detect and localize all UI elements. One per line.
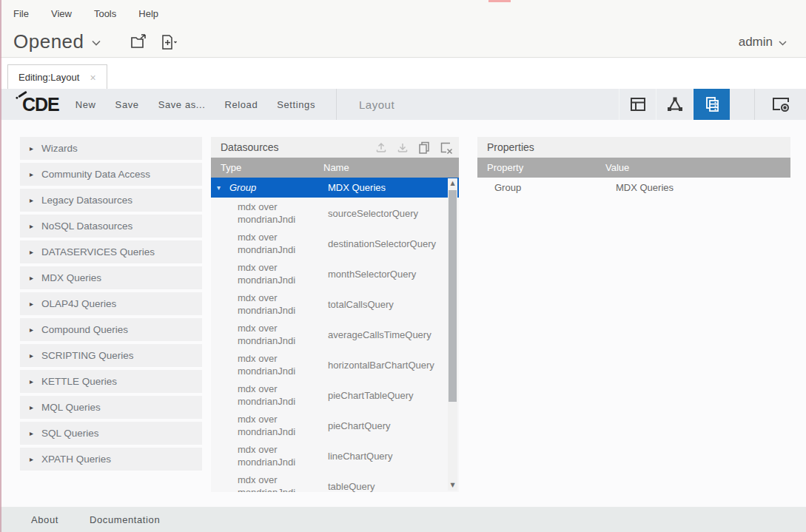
sidebar-item-xpath-queries[interactable]: ▸ XPATH Queries bbox=[20, 448, 202, 471]
sidebar-item-nosql-datasources[interactable]: ▸ NoSQL Datasources bbox=[20, 215, 202, 238]
menu-help[interactable]: Help bbox=[138, 8, 158, 19]
sidebar-item-scripting-queries[interactable]: ▸ SCRIPTING Queries bbox=[20, 344, 202, 367]
opened-label: Opened bbox=[13, 30, 84, 53]
sidebar-item-olap4j-queries[interactable]: ▸ OLAP4J Queries bbox=[20, 292, 202, 315]
datasource-row[interactable]: mdx over mondrianJndi pieChartTableQuery bbox=[211, 380, 459, 410]
import-icon[interactable] bbox=[396, 141, 409, 154]
reload-button[interactable]: Reload bbox=[224, 99, 258, 110]
tab-bar: Editing:Layout × bbox=[0, 58, 806, 89]
sidebar-item-community-data-access[interactable]: ▸ Community Data Access bbox=[20, 163, 202, 186]
preview-button[interactable] bbox=[754, 89, 806, 120]
triangle-right-icon: ▸ bbox=[30, 144, 33, 152]
scroll-up-icon[interactable]: ▲ bbox=[448, 178, 457, 189]
settings-button[interactable]: Settings bbox=[277, 99, 315, 110]
layout-panel-button[interactable] bbox=[619, 89, 656, 120]
datasource-type-sidebar: ▸ Wizards ▸ Community Data Access ▸ Lega… bbox=[20, 137, 202, 471]
datasource-row[interactable]: mdx over mondrianJndi monthSelectorQuery bbox=[211, 258, 459, 289]
sidebar-item-mql-queries[interactable]: ▸ MQL Queries bbox=[20, 396, 202, 419]
menu-file[interactable]: File bbox=[13, 8, 29, 19]
scrollbar[interactable]: ▲ ▼ bbox=[448, 178, 457, 491]
copy-icon[interactable] bbox=[417, 141, 431, 154]
tab-label: Editing:Layout bbox=[19, 72, 79, 83]
datasource-row[interactable]: mdx over mondrianJndi pieChartQuery bbox=[211, 410, 459, 440]
alert-strip bbox=[488, 0, 511, 2]
header-row: Opened admin bbox=[0, 27, 806, 58]
export-icon[interactable] bbox=[375, 141, 388, 154]
triangle-right-icon: ▸ bbox=[30, 248, 33, 256]
datasource-row[interactable]: mdx over mondrianJndi tableQuery bbox=[211, 471, 459, 492]
components-panel-icon bbox=[665, 95, 685, 114]
triangle-right-icon: ▸ bbox=[30, 429, 33, 437]
column-property: Property bbox=[477, 162, 523, 173]
editor-toolbar: CDE New Save Save as... Reload Settings … bbox=[0, 89, 806, 120]
about-link[interactable]: About bbox=[31, 514, 58, 525]
layout-panel-icon bbox=[628, 95, 648, 114]
triangle-right-icon: ▸ bbox=[30, 274, 33, 282]
chevron-down-icon bbox=[92, 36, 101, 49]
components-panel-button[interactable] bbox=[656, 89, 693, 120]
menu-tools[interactable]: Tools bbox=[94, 8, 116, 19]
datasources-table-header: Type Name bbox=[211, 158, 459, 178]
scrollbar-thumb[interactable] bbox=[449, 190, 457, 402]
triangle-right-icon: ▸ bbox=[30, 196, 33, 204]
open-folder-icon[interactable] bbox=[130, 34, 148, 50]
triangle-right-icon: ▸ bbox=[30, 326, 33, 334]
datasource-row[interactable]: mdx over mondrianJndi lineChartQuery bbox=[211, 440, 459, 471]
tab-editing-layout[interactable]: Editing:Layout × bbox=[7, 64, 107, 90]
datasources-panel-title: Datasources bbox=[221, 141, 279, 153]
triangle-right-icon: ▸ bbox=[30, 170, 33, 178]
close-icon[interactable]: × bbox=[90, 73, 95, 83]
datasource-row[interactable]: mdx over mondrianJndi averageCallsTimeQu… bbox=[211, 319, 459, 349]
panel-title: Layout bbox=[359, 89, 394, 120]
new-button[interactable]: New bbox=[75, 99, 96, 110]
triangle-right-icon: ▸ bbox=[30, 351, 33, 360]
properties-table-header: Property Value bbox=[477, 158, 790, 178]
save-as-button[interactable]: Save as... bbox=[158, 99, 206, 110]
datasource-row[interactable]: mdx over mondrianJndi horizontalBarChart… bbox=[211, 349, 459, 380]
footer: About Documentation bbox=[0, 507, 806, 532]
properties-panel-title: Properties bbox=[487, 141, 534, 153]
column-name: Name bbox=[323, 162, 349, 173]
menu-view[interactable]: View bbox=[51, 8, 72, 19]
datasources-panel-icon bbox=[702, 95, 722, 114]
opened-dropdown[interactable]: Opened bbox=[13, 30, 101, 53]
toolbar-divider bbox=[336, 89, 337, 120]
new-file-icon[interactable] bbox=[160, 34, 178, 50]
sidebar-item-legacy-datasources[interactable]: ▸ Legacy Datasources bbox=[20, 189, 202, 212]
sidebar-item-mdx-queries[interactable]: ▸ MDX Queries bbox=[20, 266, 202, 289]
save-button[interactable]: Save bbox=[115, 99, 139, 110]
datasource-group-row[interactable]: ▾ Group MDX Queries bbox=[211, 178, 459, 198]
triangle-right-icon: ▸ bbox=[30, 377, 33, 385]
triangle-right-icon: ▸ bbox=[30, 222, 33, 230]
datasources-panel: Datasources bbox=[211, 137, 459, 492]
menubar: File View Tools Help bbox=[0, 0, 806, 27]
sidebar-item-kettle-queries[interactable]: ▸ KETTLE Queries bbox=[20, 370, 202, 393]
datasources-panel-button[interactable] bbox=[693, 89, 730, 120]
triangle-right-icon: ▸ bbox=[30, 403, 33, 411]
column-type: Type bbox=[211, 162, 241, 173]
user-label: admin bbox=[739, 35, 773, 50]
scroll-down-icon[interactable]: ▼ bbox=[448, 480, 457, 491]
sidebar-item-wizards[interactable]: ▸ Wizards bbox=[20, 137, 202, 160]
column-value: Value bbox=[605, 162, 629, 173]
sidebar-item-sql-queries[interactable]: ▸ SQL Queries bbox=[20, 422, 202, 445]
documentation-link[interactable]: Documentation bbox=[90, 514, 160, 525]
properties-panel: Properties Property Value Group MDX Quer… bbox=[477, 137, 790, 198]
triangle-right-icon: ▸ bbox=[30, 455, 33, 463]
datasource-row[interactable]: mdx over mondrianJndi destinationSelecto… bbox=[211, 228, 459, 258]
triangle-down-icon[interactable]: ▾ bbox=[217, 183, 221, 192]
property-row[interactable]: Group MDX Queries bbox=[477, 178, 790, 198]
window-left-border bbox=[0, 0, 1, 532]
sidebar-item-compound-queries[interactable]: ▸ Compound Queries bbox=[20, 318, 202, 341]
triangle-right-icon: ▸ bbox=[30, 300, 33, 308]
user-menu[interactable]: admin bbox=[739, 35, 787, 50]
datasource-row[interactable]: mdx over mondrianJndi sourceSelectorQuer… bbox=[211, 198, 459, 228]
cde-logo: CDE bbox=[22, 89, 59, 120]
delete-icon[interactable] bbox=[439, 141, 453, 154]
chevron-down-icon bbox=[779, 35, 787, 50]
datasource-row[interactable]: mdx over mondrianJndi totalCallsQuery bbox=[211, 289, 459, 319]
preview-icon bbox=[770, 95, 791, 114]
sidebar-item-dataservices-queries[interactable]: ▸ DATASERVICES Queries bbox=[20, 240, 202, 263]
